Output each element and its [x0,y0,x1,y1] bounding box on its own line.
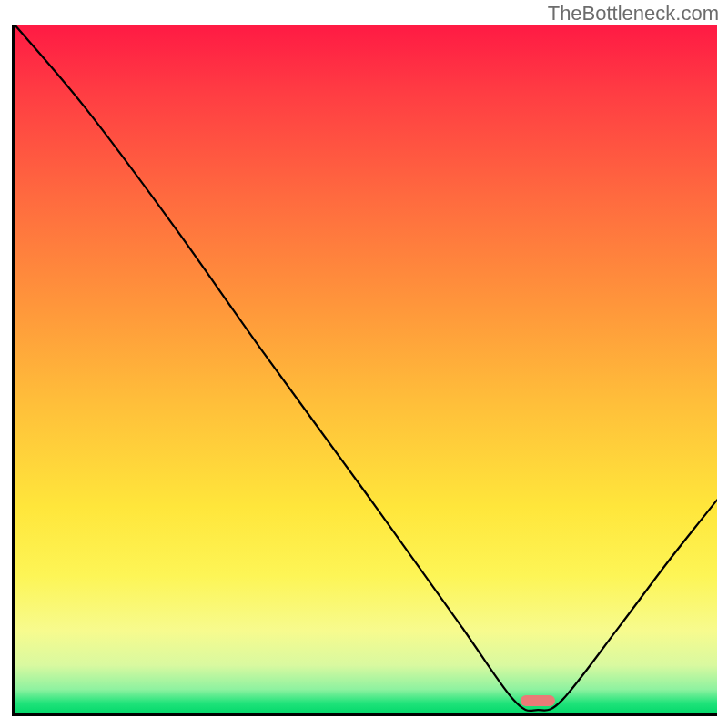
curve-svg [15,25,717,713]
watermark-text: TheBottleneck.com [548,2,719,25]
plot-area [12,25,717,716]
chart-canvas: TheBottleneck.com [0,0,728,728]
bottleneck-curve [15,25,717,711]
